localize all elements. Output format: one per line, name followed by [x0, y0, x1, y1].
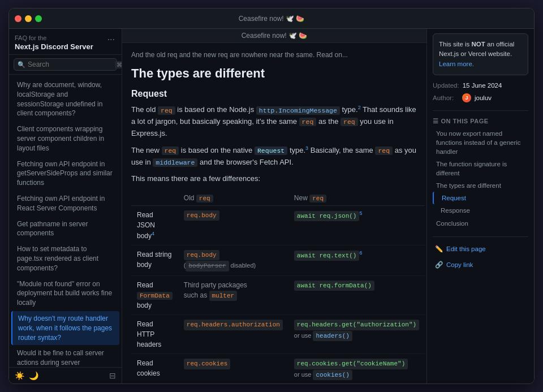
row-new-or: or use cookies(): [294, 371, 352, 378]
minimize-button[interactable]: [25, 15, 32, 22]
inline-formdata: FormData: [137, 292, 173, 300]
search-input[interactable]: [28, 61, 113, 68]
maximize-button[interactable]: [35, 15, 42, 22]
col-row: [131, 191, 178, 206]
sidebar-search-inner: 🔍 ⌘ K: [14, 58, 117, 71]
sidebar-search-container: 🔍 ⌘ K: [9, 55, 122, 75]
table-row: Read JSON body4 req.body await req.json(…: [131, 205, 425, 245]
right-panel: This site is NOT an official Next.js or …: [426, 29, 534, 384]
sidebar-item-item-8[interactable]: Why doesn't my route handler work, when …: [11, 311, 119, 345]
sidebar-item-item-1[interactable]: Why are document, window, localStorage a…: [11, 77, 119, 121]
main-layout: FAQ for the Next.js Discord Server ··· 🔍…: [9, 29, 534, 384]
toc-item-toc-6[interactable]: Conclusion: [433, 217, 528, 230]
divider-2: [433, 236, 528, 237]
info-learn-more-link[interactable]: Learn more.: [439, 61, 474, 67]
light-theme-button[interactable]: ☀️: [15, 371, 24, 380]
row-new: await req.json()5: [288, 205, 425, 245]
sidebar-item-item-7[interactable]: "Module not found" error on deployment b…: [11, 277, 119, 311]
row-new-or: or use headers(): [294, 332, 352, 339]
code-chip: req.body: [184, 250, 219, 261]
table-row: Read string body req.body (bodyParser di…: [131, 245, 425, 275]
sidebar-label: FAQ for the: [15, 35, 93, 41]
meta-updated-label: Updated:: [433, 82, 459, 89]
p2-request: Request: [255, 147, 287, 155]
meta-author-row: Author: J jouluv: [433, 92, 528, 104]
p2-req1: req: [162, 147, 179, 155]
p1-req2: req: [299, 118, 317, 126]
edit-page-action[interactable]: ✏️ Edit this page: [433, 244, 528, 254]
table-row: Read FormData body Third party packagess…: [131, 275, 425, 315]
code-chip-new: await req.text(): [294, 251, 360, 261]
layout-button[interactable]: ⊟: [109, 371, 116, 380]
p2-req2: req: [375, 147, 393, 155]
meta-updated-row: Updated: 15 June 2024: [433, 81, 528, 90]
toc-item-toc-5[interactable]: Response: [433, 204, 528, 217]
ceasefire-banner: Ceasefire now! 🕊️ 🍉: [122, 29, 426, 43]
info-card: This site is NOT an official Next.js or …: [433, 33, 528, 75]
p2-middleware: middleware: [153, 158, 197, 167]
p1-sup1: 2: [358, 105, 361, 110]
title-bar-label: Ceasefire now! 🕊️ 🍉: [239, 15, 305, 23]
sidebar-item-item-4[interactable]: Fetching own API endpoint in React Serve…: [11, 191, 119, 216]
edit-label: Edit this page: [446, 245, 486, 252]
row-label: Read HTTP headers: [131, 315, 178, 354]
row-old: req.body (bodyParser disabled): [178, 245, 288, 275]
sidebar-item-item-5[interactable]: Get pathname in server components: [11, 217, 119, 242]
p2-based: is based on the native: [181, 146, 252, 154]
search-cmd-shortcut: ⌘: [115, 61, 122, 68]
close-button[interactable]: [15, 15, 21, 22]
row-new: await req.formData(): [288, 275, 425, 315]
copy-label: Copy link: [446, 261, 473, 268]
table-row: Read cookies req.cookies req.cookies.get…: [131, 354, 425, 384]
row-new: req.cookies.get("cookieName") or use coo…: [288, 354, 425, 384]
p2-and-the: and the browser's Fetch API.: [200, 158, 294, 166]
code-chip-new: req.headers.get("authorization"): [294, 320, 419, 330]
banner-text: Ceasefire now! 🕊️ 🍉: [242, 32, 308, 40]
row-old: req.cookies: [178, 354, 288, 384]
avatar: J: [462, 93, 471, 102]
title-bar: Ceasefire now! 🕊️ 🍉: [9, 8, 534, 29]
code-chip-new: await req.json(): [294, 211, 360, 222]
sidebar: FAQ for the Next.js Discord Server ··· 🔍…: [9, 29, 122, 384]
diff-table-body: Read JSON body4 req.body await req.json(…: [131, 205, 425, 384]
row-label: Read string body: [131, 245, 178, 275]
row-old: Third party packagessuch as multer: [178, 275, 288, 315]
meta-updated-value: 15 June 2024: [463, 82, 502, 89]
p2-type: type.: [290, 146, 305, 154]
on-this-page-section: ☰ On this page You now export named func…: [433, 118, 528, 230]
sidebar-more-button[interactable]: ···: [106, 35, 116, 45]
list-icon: ☰: [433, 118, 439, 125]
sidebar-item-item-9[interactable]: Would it be fine to call server actions …: [11, 346, 119, 367]
toc-item-toc-2[interactable]: The function signature is different: [433, 158, 528, 179]
p1-req1: req: [158, 106, 175, 115]
sidebar-header: FAQ for the Next.js Discord Server ···: [9, 29, 122, 55]
row-label: Read cookies: [131, 354, 178, 384]
content-scroll: And the old req and the new req are nowh…: [122, 43, 426, 384]
toc-item-toc-3[interactable]: The types are different: [433, 179, 528, 192]
sidebar-item-item-3[interactable]: Fetching own API endpoint in getServerSi…: [11, 157, 119, 191]
window-controls: [15, 15, 42, 22]
col-new: New req: [288, 191, 425, 206]
dark-theme-button[interactable]: 🌙: [29, 371, 38, 380]
sidebar-item-item-6[interactable]: How to set metadata to page.tsx rendered…: [11, 242, 119, 275]
prev-content: And the old req and the new req are nowh…: [131, 50, 417, 61]
edit-icon: ✏️: [435, 245, 443, 253]
toc-item-toc-4[interactable]: Request: [433, 192, 528, 204]
sidebar-nav: Why are document, window, localStorage a…: [9, 75, 122, 367]
sidebar-item-item-2[interactable]: Client components wrapping server compon…: [11, 122, 119, 156]
para-3: This means there are a few differences:: [131, 173, 417, 185]
toc-item-toc-1[interactable]: You now export named functions instead o…: [433, 127, 528, 158]
copy-link-action[interactable]: 🔗 Copy link: [433, 260, 528, 270]
diff-table: Old req New req Read JSON body4 req.body…: [131, 191, 425, 384]
row-label: Read JSON body4: [131, 205, 178, 245]
toc-list: You now export named functions instead o…: [433, 127, 528, 230]
p1-as-the: as the: [318, 117, 338, 126]
col-old: Old req: [178, 191, 288, 206]
content-area: Ceasefire now! 🕊️ 🍉 And the old req and …: [122, 29, 426, 384]
on-this-page-label: On this page: [441, 118, 489, 124]
info-card-text: This site is NOT an official Next.js or …: [439, 40, 522, 69]
code-chip-cookies: cookies(): [313, 370, 352, 381]
meta-author-name: jouluv: [475, 94, 492, 101]
copy-icon: 🔗: [435, 261, 443, 269]
para-1: The old req is based on the Node.js http…: [131, 104, 417, 140]
